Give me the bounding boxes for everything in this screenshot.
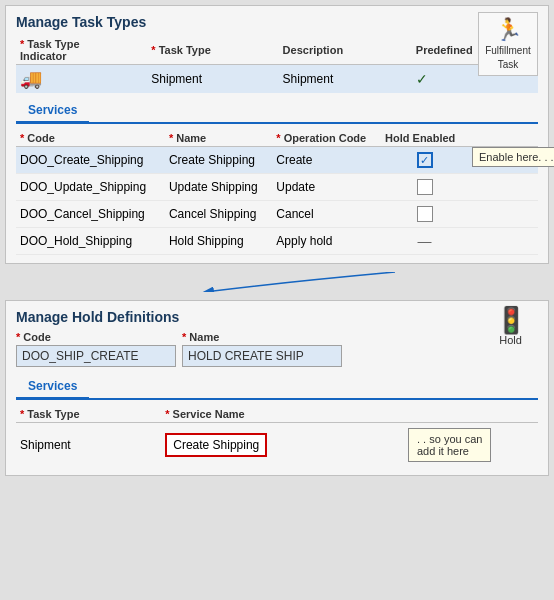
fulfillment-figure: 🏃	[481, 17, 535, 43]
table-row: DOO_Update_Shipping Update Shipping Upda…	[16, 174, 538, 201]
row-op-code: Update	[272, 174, 381, 201]
callout-cell: Enable here. . .	[468, 147, 538, 174]
connector-svg	[5, 272, 549, 292]
col-indicator: * Task TypeIndicator	[16, 36, 147, 65]
row-code: DOO_Update_Shipping	[16, 174, 165, 201]
checkbox-checked[interactable]: ✓	[417, 152, 433, 168]
col-code: * Code	[16, 130, 165, 147]
bottom-services-tab[interactable]: Services	[16, 375, 89, 400]
services-section: * Code * Name * Operation Code Hold Enab…	[16, 130, 538, 255]
checkbox-unchecked[interactable]	[417, 206, 433, 222]
row-code: DOO_Hold_Shipping	[16, 228, 165, 255]
row-name: Cancel Shipping	[165, 201, 272, 228]
bottom-services-table: * Task Type * Service Name Shipment Crea…	[16, 406, 538, 467]
name-input[interactable]	[182, 345, 342, 367]
predefined-check: ✓	[416, 71, 428, 87]
service-name-highlighted: Create Shipping	[165, 433, 267, 457]
row-hold-enabled	[381, 201, 468, 228]
main-wrapper: Manage Task Types 🏃 FulfillmentTask * Ta…	[5, 5, 549, 476]
traffic-light-icon: 🚦	[483, 307, 538, 333]
hold-inputs: * Code * Name	[16, 331, 538, 367]
table-row: DOO_Cancel_Shipping Cancel Shipping Canc…	[16, 201, 538, 228]
top-tab-bar: Services	[16, 99, 538, 124]
col-description: Description	[279, 36, 412, 65]
row-op-code: Create	[272, 147, 381, 174]
bottom-services-section: * Task Type * Service Name Shipment Crea…	[16, 406, 538, 467]
row-hold-enabled: ✓	[381, 147, 468, 174]
row-hold-enabled: —	[381, 228, 468, 255]
name-label: * Name	[182, 331, 342, 343]
row-name: Create Shipping	[165, 147, 272, 174]
col-service-name: * Service Name	[161, 406, 398, 423]
bottom-panel: Manage Hold Definitions 🚦 Hold * Code * …	[5, 300, 549, 476]
col-hold-enabled: Hold Enabled	[381, 130, 468, 147]
col-task-type: * Task Type	[16, 406, 161, 423]
hold-label: Hold	[499, 334, 522, 346]
row-name: Hold Shipping	[165, 228, 272, 255]
fulfillment-task-icon: 🏃 FulfillmentTask	[478, 12, 538, 76]
code-input[interactable]	[16, 345, 176, 367]
checkbox-dash: —	[417, 233, 433, 249]
hold-icon: 🚦 Hold	[483, 307, 538, 347]
col-name: * Name	[165, 130, 272, 147]
callout-td: . . so you canadd it here	[398, 423, 538, 468]
truck-icon: 🚚	[20, 69, 42, 89]
row-name: Update Shipping	[165, 174, 272, 201]
row-code: DOO_Create_Shipping	[16, 147, 165, 174]
fulfillment-label: FulfillmentTask	[485, 45, 531, 70]
row-op-code: Cancel	[272, 201, 381, 228]
col-task-type: * Task Type	[147, 36, 278, 65]
bottom-panel-title: Manage Hold Definitions	[16, 309, 538, 325]
row-task-type: Shipment	[16, 423, 161, 468]
table-row: Shipment Create Shipping . . so you cana…	[16, 423, 538, 468]
services-table: * Code * Name * Operation Code Hold Enab…	[16, 130, 538, 255]
top-panel-title: Manage Task Types	[16, 14, 538, 30]
add-here-callout: . . so you canadd it here	[408, 428, 491, 462]
table-row: DOO_Hold_Shipping Hold Shipping Apply ho…	[16, 228, 538, 255]
task-type-cell: Shipment	[147, 65, 278, 94]
enable-here-callout: Enable here. . .	[472, 147, 554, 167]
code-label: * Code	[16, 331, 176, 343]
row-op-code: Apply hold	[272, 228, 381, 255]
row-hold-enabled	[381, 174, 468, 201]
col-op-code: * Operation Code	[272, 130, 381, 147]
row-service-name: Create Shipping	[161, 423, 398, 468]
services-tab[interactable]: Services	[16, 99, 89, 124]
connector-area	[5, 272, 549, 292]
table-row: DOO_Create_Shipping Create Shipping Crea…	[16, 147, 538, 174]
top-panel: Manage Task Types 🏃 FulfillmentTask * Ta…	[5, 5, 549, 264]
code-input-group: * Code	[16, 331, 176, 367]
checkbox-unchecked[interactable]	[417, 179, 433, 195]
bottom-tab-bar: Services	[16, 375, 538, 400]
task-description-cell: Shipment	[279, 65, 412, 94]
task-type-indicator-cell: 🚚	[16, 65, 147, 94]
task-type-table: * Task TypeIndicator * Task Type Descrip…	[16, 36, 538, 93]
row-code: DOO_Cancel_Shipping	[16, 201, 165, 228]
name-input-group: * Name	[182, 331, 342, 367]
